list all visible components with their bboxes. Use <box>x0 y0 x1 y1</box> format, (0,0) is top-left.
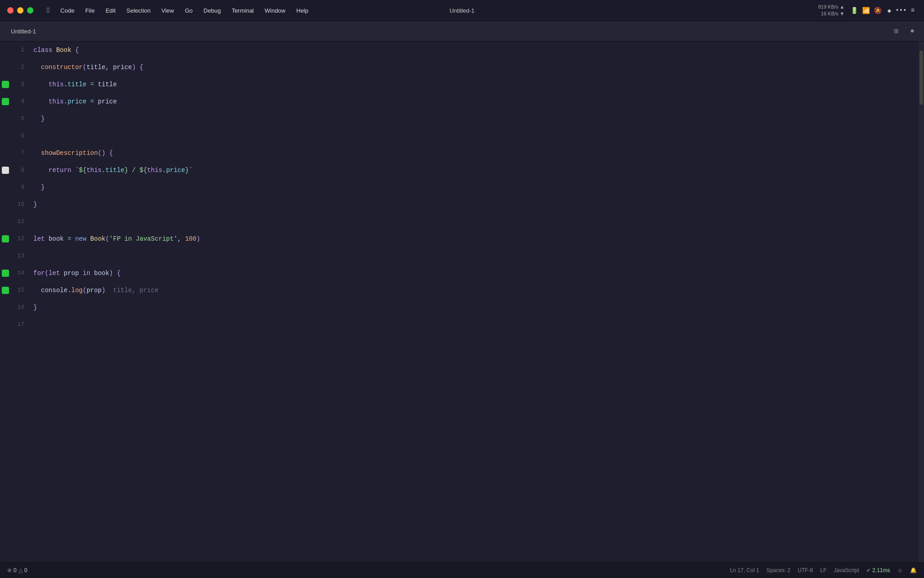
line-number: 10 <box>11 196 33 213</box>
line-number: 15 <box>11 282 33 299</box>
menu-bar:  Code File Edit Selection View Go Debug… <box>42 5 313 16</box>
line-number: 8 <box>11 162 33 179</box>
line-number: 1 <box>11 42 33 59</box>
menu-help[interactable]: Help <box>292 5 313 16</box>
table-row: 3 this.title = title <box>0 76 919 93</box>
breakpoint-13[interactable] <box>0 252 11 260</box>
scrollbar-thumb[interactable] <box>919 51 923 105</box>
line-number: 4 <box>11 93 33 110</box>
menu-file[interactable]: File <box>81 5 99 16</box>
close-button[interactable] <box>7 7 14 14</box>
circle-icon[interactable]: ● <box>908 27 917 36</box>
indentation[interactable]: Spaces: 2 <box>767 567 790 573</box>
menu-selection[interactable]: Selection <box>122 5 155 16</box>
timing: ✓ 2.11ms <box>866 567 890 573</box>
table-row: 5 } <box>0 110 919 127</box>
finder-icon: ◆ <box>885 6 893 14</box>
code-line-8: return `${this.title} / ${this.price}` <box>33 162 919 179</box>
table-row: 14 for(let prop in book) { <box>0 265 919 282</box>
status-left: ⊗ 0 △ 0 <box>7 567 27 573</box>
code-line-5: } <box>33 110 919 127</box>
cursor-position[interactable]: Ln 17, Col 1 <box>730 567 759 573</box>
titlebar-right: 819 KB/s ▲16 KB/s ▼ 🔋 📶 🔕 ◆ ••• ≡ <box>818 4 917 18</box>
smiley-icon: ☺ <box>897 567 903 573</box>
encoding[interactable]: UTF-8 <box>798 567 813 573</box>
error-count: 0 <box>14 567 17 573</box>
line-number: 17 <box>11 316 33 333</box>
menu-edit[interactable]: Edit <box>101 5 120 16</box>
breakpoint-11[interactable] <box>0 218 11 225</box>
wifi-icon: 📶 <box>862 6 870 14</box>
list-icon: ≡ <box>909 6 917 14</box>
breakpoint-5[interactable] <box>0 115 11 122</box>
breakpoint-1[interactable] <box>0 47 11 54</box>
language-mode[interactable]: JavaScript <box>834 567 859 573</box>
editor: 1 class Book { 2 constructor(title, pric… <box>0 42 924 562</box>
line-number: 2 <box>11 59 33 76</box>
table-row: 16 } <box>0 299 919 316</box>
menu-terminal[interactable]: Terminal <box>227 5 258 16</box>
warning-icon: △ <box>18 567 23 573</box>
status-icons: 🔋 📶 🔕 ◆ ••• ≡ <box>850 6 917 14</box>
breakpoint-9[interactable] <box>0 184 11 191</box>
split-editor-icon[interactable]: ⊞ <box>892 27 901 36</box>
table-row: 8 return `${this.title} / ${this.price}` <box>0 162 919 179</box>
breakpoint-2[interactable] <box>0 64 11 71</box>
menu-view[interactable]: View <box>157 5 179 16</box>
maximize-button[interactable] <box>27 7 33 14</box>
code-line-1: class Book { <box>33 42 919 59</box>
more-icon: ••• <box>897 6 905 14</box>
code-line-4: this.price = price <box>33 93 919 110</box>
table-row: 15 console.log(prop) title, price <box>0 282 919 299</box>
warning-count: 0 <box>24 567 28 573</box>
breakpoint-15[interactable] <box>0 287 11 294</box>
line-number: 13 <box>11 247 33 265</box>
menu-debug[interactable]: Debug <box>199 5 225 16</box>
line-number: 9 <box>11 179 33 196</box>
line-ending[interactable]: LF <box>820 567 827 573</box>
table-row: 10 } <box>0 196 919 213</box>
table-row: 1 class Book { <box>0 42 919 59</box>
breakpoint-16[interactable] <box>0 304 11 311</box>
code-line-2: constructor(title, price) { <box>33 59 919 76</box>
status-bar: ⊗ 0 △ 0 Ln 17, Col 1 Spaces: 2 UTF-8 LF … <box>0 562 924 578</box>
breakpoint-6[interactable] <box>0 132 11 140</box>
table-row: 17 <box>0 316 919 333</box>
breakpoint-12[interactable] <box>0 235 11 242</box>
battery-icon: 🔋 <box>850 6 858 14</box>
tab-right: ⊞ ● <box>892 27 917 36</box>
line-number: 12 <box>11 230 33 247</box>
error-status[interactable]: ⊗ 0 △ 0 <box>7 567 27 573</box>
line-number: 5 <box>11 110 33 127</box>
minimize-button[interactable] <box>17 7 23 14</box>
breakpoint-3[interactable] <box>0 81 11 88</box>
code-line-16: } <box>33 299 919 316</box>
breakpoint-17[interactable] <box>0 321 11 328</box>
tab-bar: Untitled-1 ⊞ ● <box>0 21 924 42</box>
breakpoint-7[interactable] <box>0 149 11 157</box>
menu-go[interactable]: Go <box>180 5 197 16</box>
status-right: Ln 17, Col 1 Spaces: 2 UTF-8 LF JavaScri… <box>730 567 917 573</box>
menu-code[interactable]: Code <box>56 5 79 16</box>
breakpoint-10[interactable] <box>0 201 11 208</box>
breakpoint-4[interactable] <box>0 98 11 105</box>
breakpoint-14[interactable] <box>0 270 11 277</box>
network-info: 819 KB/s ▲16 KB/s ▼ <box>818 4 845 18</box>
breakpoint-8[interactable] <box>0 167 11 174</box>
line-number: 7 <box>11 144 33 162</box>
table-row: 13 <box>0 247 919 265</box>
code-line-3: this.title = title <box>33 76 919 93</box>
apple-menu[interactable]:  <box>42 5 54 16</box>
code-line-7: showDescription() { <box>33 144 919 162</box>
file-tab[interactable]: Untitled-1 <box>7 26 40 37</box>
table-row: 4 this.price = price <box>0 93 919 110</box>
table-row: 11 <box>0 213 919 230</box>
table-row: 6 <box>0 127 919 144</box>
table-row: 9 } <box>0 179 919 196</box>
titlebar:  Code File Edit Selection View Go Debug… <box>0 0 924 21</box>
scrollbar[interactable] <box>919 42 924 562</box>
traffic-lights <box>7 7 33 14</box>
menu-window[interactable]: Window <box>260 5 290 16</box>
line-number: 11 <box>11 213 33 230</box>
code-area[interactable]: 1 class Book { 2 constructor(title, pric… <box>0 42 919 562</box>
